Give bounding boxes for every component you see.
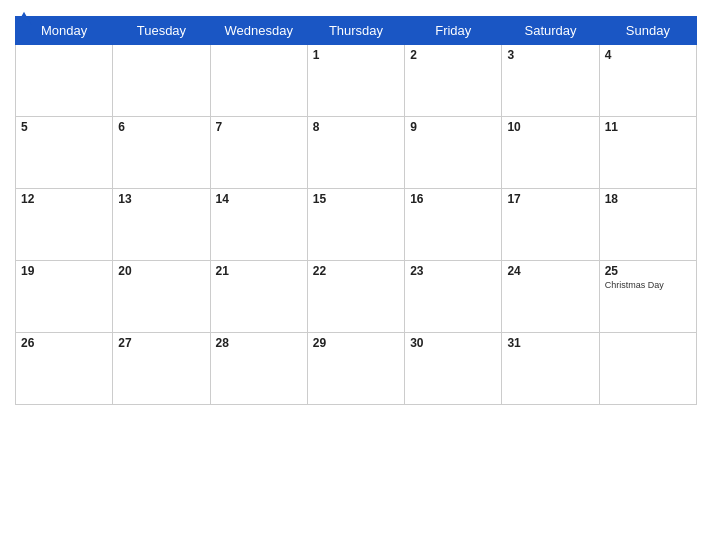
calendar-cell[interactable]: 29 bbox=[307, 333, 404, 405]
day-header-wednesday: Wednesday bbox=[210, 17, 307, 45]
day-number: 25 bbox=[605, 264, 691, 278]
day-number: 12 bbox=[21, 192, 107, 206]
calendar-cell[interactable]: 25Christmas Day bbox=[599, 261, 696, 333]
calendar-cell[interactable]: 5 bbox=[16, 117, 113, 189]
calendar-container: MondayTuesdayWednesdayThursdayFridaySatu… bbox=[0, 0, 712, 550]
week-row-4: 19202122232425Christmas Day bbox=[16, 261, 697, 333]
logo-area bbox=[15, 10, 35, 28]
calendar-cell[interactable]: 11 bbox=[599, 117, 696, 189]
logo-icon bbox=[15, 10, 33, 28]
calendar-cell[interactable]: 6 bbox=[113, 117, 210, 189]
calendar-cell[interactable]: 19 bbox=[16, 261, 113, 333]
calendar-cell[interactable]: 22 bbox=[307, 261, 404, 333]
calendar-tbody: 1234567891011121314151617181920212223242… bbox=[16, 45, 697, 405]
week-row-5: 262728293031 bbox=[16, 333, 697, 405]
week-row-2: 567891011 bbox=[16, 117, 697, 189]
day-header-thursday: Thursday bbox=[307, 17, 404, 45]
calendar-cell[interactable]: 1 bbox=[307, 45, 404, 117]
week-row-3: 12131415161718 bbox=[16, 189, 697, 261]
day-number: 15 bbox=[313, 192, 399, 206]
day-number: 31 bbox=[507, 336, 593, 350]
calendar-cell[interactable] bbox=[16, 45, 113, 117]
day-number: 7 bbox=[216, 120, 302, 134]
day-number: 3 bbox=[507, 48, 593, 62]
week-row-1: 1234 bbox=[16, 45, 697, 117]
day-number: 22 bbox=[313, 264, 399, 278]
day-headers-row: MondayTuesdayWednesdayThursdayFridaySatu… bbox=[16, 17, 697, 45]
svg-marker-0 bbox=[17, 12, 31, 25]
day-header-friday: Friday bbox=[405, 17, 502, 45]
day-number: 4 bbox=[605, 48, 691, 62]
calendar-cell[interactable]: 30 bbox=[405, 333, 502, 405]
calendar-cell[interactable]: 15 bbox=[307, 189, 404, 261]
day-header-saturday: Saturday bbox=[502, 17, 599, 45]
calendar-cell[interactable] bbox=[210, 45, 307, 117]
calendar-cell[interactable]: 9 bbox=[405, 117, 502, 189]
day-number: 20 bbox=[118, 264, 204, 278]
day-number: 17 bbox=[507, 192, 593, 206]
day-number: 9 bbox=[410, 120, 496, 134]
day-number: 2 bbox=[410, 48, 496, 62]
holiday-label: Christmas Day bbox=[605, 280, 691, 290]
calendar-thead: MondayTuesdayWednesdayThursdayFridaySatu… bbox=[16, 17, 697, 45]
calendar-cell[interactable]: 27 bbox=[113, 333, 210, 405]
day-number: 8 bbox=[313, 120, 399, 134]
calendar-table: MondayTuesdayWednesdayThursdayFridaySatu… bbox=[15, 16, 697, 405]
calendar-cell[interactable]: 4 bbox=[599, 45, 696, 117]
calendar-cell[interactable]: 10 bbox=[502, 117, 599, 189]
calendar-cell[interactable]: 12 bbox=[16, 189, 113, 261]
day-number: 27 bbox=[118, 336, 204, 350]
day-number: 16 bbox=[410, 192, 496, 206]
calendar-cell[interactable]: 14 bbox=[210, 189, 307, 261]
calendar-cell[interactable]: 3 bbox=[502, 45, 599, 117]
day-number: 21 bbox=[216, 264, 302, 278]
day-number: 26 bbox=[21, 336, 107, 350]
day-number: 23 bbox=[410, 264, 496, 278]
day-number: 28 bbox=[216, 336, 302, 350]
calendar-cell[interactable]: 18 bbox=[599, 189, 696, 261]
day-header-sunday: Sunday bbox=[599, 17, 696, 45]
day-number: 1 bbox=[313, 48, 399, 62]
calendar-cell[interactable]: 28 bbox=[210, 333, 307, 405]
day-number: 11 bbox=[605, 120, 691, 134]
day-number: 13 bbox=[118, 192, 204, 206]
calendar-cell[interactable]: 21 bbox=[210, 261, 307, 333]
calendar-cell[interactable]: 8 bbox=[307, 117, 404, 189]
calendar-cell[interactable] bbox=[113, 45, 210, 117]
day-number: 10 bbox=[507, 120, 593, 134]
day-header-tuesday: Tuesday bbox=[113, 17, 210, 45]
calendar-cell[interactable]: 7 bbox=[210, 117, 307, 189]
calendar-cell[interactable]: 17 bbox=[502, 189, 599, 261]
calendar-cell[interactable] bbox=[599, 333, 696, 405]
calendar-cell[interactable]: 16 bbox=[405, 189, 502, 261]
calendar-cell[interactable]: 2 bbox=[405, 45, 502, 117]
calendar-cell[interactable]: 26 bbox=[16, 333, 113, 405]
day-number: 14 bbox=[216, 192, 302, 206]
calendar-cell[interactable]: 20 bbox=[113, 261, 210, 333]
day-number: 18 bbox=[605, 192, 691, 206]
day-number: 6 bbox=[118, 120, 204, 134]
day-number: 30 bbox=[410, 336, 496, 350]
calendar-cell[interactable]: 13 bbox=[113, 189, 210, 261]
calendar-cell[interactable]: 24 bbox=[502, 261, 599, 333]
calendar-cell[interactable]: 31 bbox=[502, 333, 599, 405]
calendar-cell[interactable]: 23 bbox=[405, 261, 502, 333]
day-number: 19 bbox=[21, 264, 107, 278]
day-number: 5 bbox=[21, 120, 107, 134]
day-number: 24 bbox=[507, 264, 593, 278]
day-number: 29 bbox=[313, 336, 399, 350]
